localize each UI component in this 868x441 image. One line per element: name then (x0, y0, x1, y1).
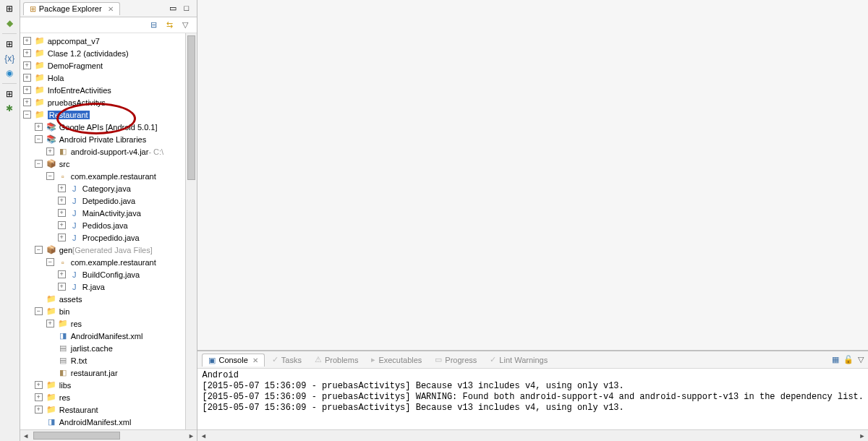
scroll-right-icon[interactable]: ► (856, 430, 868, 442)
tree-item[interactable]: +📁appcompat_v7 (20, 35, 197, 47)
pin-icon[interactable]: 🔓 (843, 355, 854, 364)
expand-icon[interactable]: − (46, 258, 54, 266)
expand-icon[interactable]: + (35, 123, 43, 131)
expand-icon[interactable]: + (35, 406, 43, 414)
expand-icon[interactable]: + (58, 234, 66, 241)
android-icon[interactable]: ◆ (4, 17, 15, 29)
tree-item[interactable]: +JProcpedido.java (20, 231, 197, 244)
tree-item[interactable]: +📁Restaurant (20, 403, 197, 416)
tree-item[interactable]: +📁InfoEntreActivities (20, 84, 197, 96)
link-editor-icon[interactable]: ⇆ (166, 20, 176, 30)
vertical-scrollbar[interactable] (185, 33, 197, 429)
restore-view-icon[interactable]: ⊞ (4, 3, 15, 14)
tree-item[interactable]: −▫com.example.restaurant (20, 256, 197, 268)
tree-item[interactable]: ▤jarlist.cache (20, 342, 197, 354)
expand-icon[interactable]: + (23, 74, 31, 82)
expand-icon[interactable]: + (58, 221, 66, 229)
tree-item-label: gen (59, 246, 72, 254)
scrollbar-thumb[interactable] (33, 432, 120, 440)
minimize-icon[interactable]: ▭ (169, 4, 179, 14)
tree-item[interactable]: −📁bin (20, 305, 197, 317)
scroll-right-icon[interactable]: ► (185, 430, 197, 442)
expand-icon[interactable]: + (35, 393, 43, 401)
expand-icon[interactable]: + (58, 283, 66, 291)
expand-icon[interactable]: − (35, 160, 43, 168)
tab-icon: ⚠ (315, 355, 322, 364)
expand-icon[interactable]: + (58, 209, 66, 217)
tree-item[interactable]: +📁DemoFragment (20, 59, 197, 72)
tree-item[interactable]: +JBuildConfig.java (20, 268, 197, 281)
restore-view-icon[interactable]: ⊞ (4, 88, 15, 100)
expand-icon[interactable]: + (58, 270, 66, 278)
tree-item[interactable]: +📁libs (20, 379, 197, 391)
tree-item[interactable]: +JMainActivity.java (20, 207, 197, 219)
tree-item[interactable]: +JPedidos.java (20, 219, 197, 231)
tree-item-label: Hola (48, 74, 64, 82)
bottom-tabs: ▣Console✕✓Tasks⚠Problems▸Executables▭Pro… (197, 351, 868, 369)
tab-problems[interactable]: ⚠Problems (309, 354, 364, 366)
x-icon[interactable]: {x} (4, 53, 15, 64)
horizontal-scrollbar[interactable]: ◄ ► (20, 429, 197, 441)
tree-item[interactable]: 📁assets (20, 293, 197, 305)
tree-item[interactable]: ◨AndroidManifest.xml (20, 330, 197, 342)
tree-item[interactable]: ◨AndroidManifest.xml (20, 416, 197, 428)
expand-icon[interactable]: − (23, 111, 31, 119)
tree-item-label: AndroidManifest.xml (59, 418, 132, 427)
breakpoints-icon[interactable]: ◉ (4, 67, 15, 79)
tree-item[interactable]: −📦src (20, 158, 197, 170)
scroll-left-icon[interactable]: ◄ (197, 430, 209, 442)
tree-item[interactable]: −📁Restaurant (20, 108, 197, 121)
tab-progress[interactable]: ▭Progress (429, 354, 482, 366)
view-menu-icon[interactable]: ▽ (858, 355, 864, 364)
expand-icon[interactable]: + (23, 86, 31, 94)
tree-item[interactable]: +JCategory.java (20, 182, 197, 194)
view-menu-icon[interactable]: ▽ (182, 20, 192, 30)
tree-item[interactable]: −📦gen [Generated Java Files] (20, 244, 197, 256)
collapse-all-icon[interactable]: ⊟ (150, 20, 161, 30)
console-output[interactable]: Android [2015-05-07 15:36:09 - pruebasAc… (197, 369, 868, 429)
expand-icon[interactable]: + (23, 98, 31, 106)
terminal-icon[interactable]: ▦ (832, 355, 839, 364)
expand-icon[interactable]: + (23, 37, 31, 45)
tree-item-label: Procpedido.java (82, 234, 140, 242)
close-icon[interactable]: ✕ (252, 356, 258, 364)
project-tree[interactable]: +📁appcompat_v7+📁Clase 1.2 (actividades)+… (20, 33, 197, 441)
tab-executables[interactable]: ▸Executables (365, 354, 427, 366)
expand-icon[interactable]: + (23, 49, 31, 57)
tree-item[interactable]: +JR.java (20, 281, 197, 293)
tab-console[interactable]: ▣Console✕ (202, 354, 264, 367)
tree-item[interactable]: +◧android-support-v4.jar - C:\ (20, 145, 197, 158)
tree-item[interactable]: ▤R.txt (20, 354, 197, 367)
package-explorer-tab[interactable]: ⊞ Package Explorer ✕ (23, 2, 120, 15)
restore-view-icon[interactable]: ⊞ (4, 38, 15, 50)
console-horizontal-scrollbar[interactable]: ◄ ► (197, 429, 868, 441)
expand-icon[interactable]: + (23, 61, 31, 69)
expand-icon[interactable]: − (35, 307, 43, 315)
debug-icon[interactable]: ✱ (4, 103, 15, 114)
tree-item[interactable]: +📚Google APIs [Android 5.0.1] (20, 121, 197, 133)
expand-icon[interactable]: − (46, 172, 54, 180)
tree-item[interactable]: ◧restaurant.jar (20, 367, 197, 379)
maximize-icon[interactable]: □ (184, 4, 194, 14)
expand-icon[interactable]: − (35, 246, 43, 254)
tree-item[interactable]: +📁Clase 1.2 (actividades) (20, 47, 197, 59)
tree-item[interactable]: +📁Hola (20, 72, 197, 84)
expand-icon[interactable]: + (58, 184, 66, 192)
tree-item[interactable]: +📁pruebasActivitys (20, 96, 197, 108)
scrollbar-thumb[interactable] (187, 35, 195, 180)
expand-icon[interactable]: + (46, 320, 54, 327)
tree-item[interactable]: +JDetpedido.java (20, 194, 197, 207)
tree-item[interactable]: +📁res (20, 317, 197, 330)
tab-lint-warnings[interactable]: ✓Lint Warnings (484, 354, 553, 366)
expand-icon[interactable]: − (35, 135, 43, 143)
close-icon[interactable]: ✕ (108, 5, 114, 13)
expand-icon[interactable]: + (58, 197, 66, 205)
tree-item[interactable]: −▫com.example.restaurant (20, 170, 197, 182)
tree-item[interactable]: +📁res (20, 391, 197, 403)
tree-item[interactable]: −📚Android Private Libraries (20, 133, 197, 145)
expand-icon[interactable]: + (35, 381, 43, 389)
expand-icon[interactable]: + (46, 147, 54, 155)
tab-tasks[interactable]: ✓Tasks (266, 354, 307, 366)
tree-item-label: bin (59, 307, 70, 316)
scroll-left-icon[interactable]: ◄ (20, 430, 32, 442)
